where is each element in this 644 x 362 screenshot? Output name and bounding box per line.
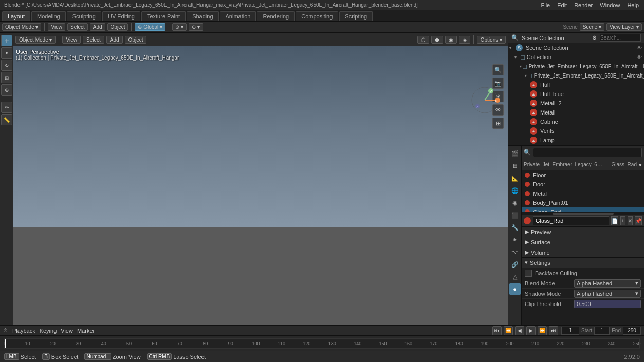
marker-label[interactable]: Marker	[77, 328, 95, 334]
tl-play[interactable]: ▶	[526, 326, 536, 335]
prop-output-tab[interactable]: 🖥	[509, 160, 521, 172]
scale-tool[interactable]: ⊞	[1, 72, 12, 83]
mat-pin-btn[interactable]: 📌	[635, 216, 642, 225]
eye-icon[interactable]: 👁	[637, 45, 642, 51]
global-btn[interactable]: ⊕ Global ▾	[135, 23, 165, 31]
scene-select-btn[interactable]: Scene ▾	[580, 23, 604, 31]
options-btn[interactable]: Options ▾	[477, 36, 506, 44]
tl-prev-frame[interactable]: ⏪	[504, 326, 513, 335]
tl-next-frame[interactable]: ⏩	[538, 326, 547, 335]
annotate-tool[interactable]: ✏	[1, 102, 12, 113]
add-menu-btn[interactable]: Add	[90, 23, 105, 31]
proportional-btn[interactable]: ⊙ ▾	[189, 23, 203, 31]
object-mode-btn[interactable]: Object Mode ▾	[2, 23, 41, 31]
object-mode-vp-btn[interactable]: Object Mode ▾	[15, 36, 56, 44]
blend-mode-dropdown[interactable]: Alpha Hashed ▾	[574, 279, 641, 288]
tree-scene-collection[interactable]: ▾ S Scene Collection 👁	[508, 43, 644, 52]
settings-header[interactable]: ▾ Settings	[522, 258, 644, 268]
tree-metall[interactable]: ▲ Metall	[508, 108, 644, 117]
current-frame-input[interactable]	[561, 327, 579, 335]
backface-culling-checkbox[interactable]	[525, 270, 532, 277]
tree-hull[interactable]: ▲ Hull	[508, 80, 644, 89]
shadow-mode-dropdown[interactable]: Alpha Hashed ▾	[574, 290, 641, 298]
snap-btn[interactable]: ⊙ ▾	[172, 23, 187, 31]
prop-view-layer-tab[interactable]: 📐	[509, 173, 521, 184]
tl-play-back[interactable]: ◀	[515, 326, 524, 335]
tree-metall2[interactable]: ▲ Metall_2	[508, 99, 644, 108]
properties-search[interactable]	[533, 148, 642, 157]
mat-glass-rad[interactable]: Glass_Rad	[522, 207, 644, 212]
tab-uv-editing[interactable]: UV Editing	[102, 11, 140, 21]
vp-add-btn[interactable]: Add	[106, 36, 123, 44]
prop-scene-tab[interactable]: 🌐	[509, 185, 521, 196]
vp-object-btn[interactable]: Object	[125, 36, 147, 44]
start-frame-input[interactable]	[594, 327, 610, 335]
prop-world-tab[interactable]: ◉	[509, 197, 521, 208]
select-menu-btn[interactable]: Select	[67, 23, 88, 31]
prop-object-data-tab[interactable]: △	[509, 271, 521, 282]
transform-tool[interactable]: ⊕	[1, 84, 12, 96]
prop-particles-tab[interactable]: ⁕	[509, 234, 521, 245]
prop-object-tab[interactable]: ⬛	[509, 209, 521, 221]
tab-rendering[interactable]: Rendering	[257, 11, 295, 21]
tree-cabine[interactable]: ▲ Cabine	[508, 117, 644, 126]
menu-render[interactable]: Render	[571, 1, 596, 9]
object-menu-btn[interactable]: Object	[107, 23, 128, 31]
viewport-shading-solid[interactable]: ⬢	[431, 36, 443, 44]
viewport-zoom-icon[interactable]: 🔍	[492, 64, 504, 75]
vp-view-btn[interactable]: View	[62, 36, 81, 44]
end-frame-input[interactable]	[623, 327, 641, 335]
tree-collection[interactable]: ▾ □ Collection 👁	[508, 52, 644, 62]
tree-private-jet-obj[interactable]: ▾ □ Private_Jet_Embraer_Legacy_650E_In_A…	[508, 71, 644, 80]
tab-shading[interactable]: Shading	[187, 11, 218, 21]
mat-body-paint01[interactable]: Body_Paint01	[522, 198, 644, 207]
mat-floor[interactable]: Floor	[522, 170, 644, 180]
timeline-track[interactable]: 1 10 20 30 40 50 60 70 80 90 100 110 120…	[4, 338, 640, 349]
material-name-input[interactable]	[533, 216, 609, 225]
outliner-filter-icon[interactable]: ⚙	[592, 35, 597, 41]
tab-scripting[interactable]: Scripting	[339, 11, 373, 21]
tree-private-jet-col[interactable]: ▾ □ Private_Jet_Embraer_Legacy_650E_In_A…	[508, 62, 644, 71]
tree-glass[interactable]: ▲ Glass	[508, 145, 644, 145]
tree-lamp[interactable]: ▲ Lamp	[508, 136, 644, 145]
mat-new-btn[interactable]: +	[620, 216, 625, 225]
preview-header[interactable]: ▶ Preview	[522, 227, 644, 237]
playback-label[interactable]: Playback	[12, 328, 35, 334]
prop-render-tab[interactable]: 🎬	[509, 148, 521, 159]
view-menu-btn[interactable]: View	[48, 23, 65, 31]
mat-delete-btn[interactable]: ✕	[628, 216, 633, 225]
menu-window[interactable]: Window	[597, 1, 623, 9]
tree-vents[interactable]: ▲ Vents	[508, 126, 644, 136]
viewport-shading-wire[interactable]: ⬡	[417, 36, 429, 44]
move-tool[interactable]: ✦	[1, 47, 12, 59]
prop-modifier-tab[interactable]: 🔧	[509, 222, 521, 233]
prop-constraints-tab[interactable]: 🔗	[509, 259, 521, 270]
menu-file[interactable]: File	[538, 1, 553, 9]
eye-icon2[interactable]: 👁	[637, 54, 642, 60]
viewport-shading-material[interactable]: ◉	[445, 36, 457, 44]
tab-layout[interactable]: Layout	[2, 11, 30, 21]
tree-hull-blue[interactable]: ▲ Hull_blue	[508, 89, 644, 99]
clip-threshold-value[interactable]: 0.500	[574, 300, 641, 308]
view-layer-btn[interactable]: View Layer ▾	[606, 23, 642, 31]
mat-browse-btn[interactable]: 📄	[611, 216, 618, 225]
surface-header[interactable]: ▶ Surface	[522, 237, 644, 247]
volume-header[interactable]: ▶ Volume	[522, 247, 644, 258]
view-label[interactable]: View	[61, 328, 73, 334]
viewport[interactable]: Object Mode ▾ View Select Add Object ⬡ ⬢…	[13, 33, 508, 325]
prop-physics-tab[interactable]: ⌥	[509, 246, 521, 258]
viewport-shading-render[interactable]: ◈	[459, 36, 470, 44]
outliner-search[interactable]	[600, 34, 641, 42]
menu-edit[interactable]: Edit	[554, 1, 570, 9]
tab-modeling[interactable]: Modeling	[31, 11, 66, 21]
tab-sculpting[interactable]: Sculpting	[67, 11, 101, 21]
viewport-layers-icon[interactable]: ⊞	[492, 118, 504, 129]
keying-label[interactable]: Keying	[40, 328, 57, 334]
prop-material-tab[interactable]: ●	[509, 283, 521, 295]
cursor-tool[interactable]: ✛	[1, 35, 12, 46]
tl-jump-start[interactable]: ⏮	[492, 326, 502, 335]
tl-jump-end[interactable]: ⏭	[549, 326, 558, 335]
measure-tool[interactable]: 📏	[1, 114, 12, 125]
mat-metal[interactable]: Metal	[522, 189, 644, 198]
mat-door[interactable]: Door	[522, 180, 644, 189]
